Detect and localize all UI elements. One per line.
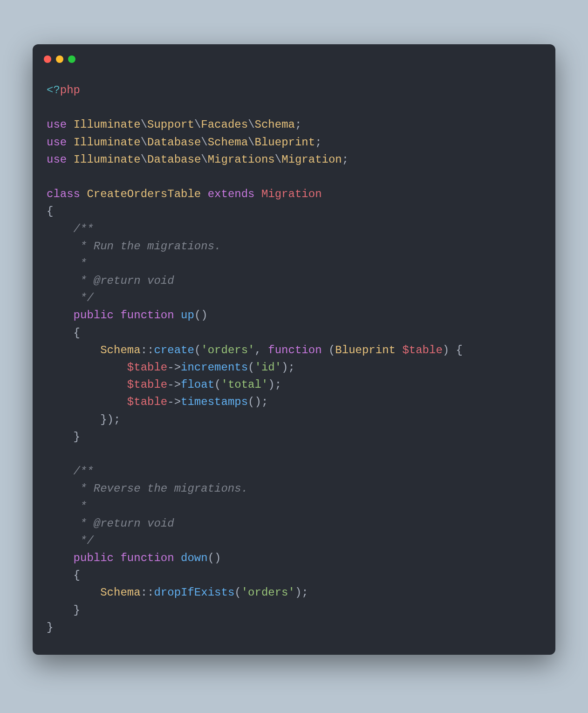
code-window: <?php use Illuminate\Support\Facades\Sch…	[33, 44, 555, 655]
close-icon[interactable]	[44, 55, 51, 63]
docblock-line: /**	[74, 465, 94, 478]
use-keyword: use	[47, 118, 67, 131]
code-block: <?php use Illuminate\Support\Facades\Sch…	[33, 72, 555, 636]
php-open-tag: <?	[47, 84, 60, 96]
docblock-line: * @return void	[74, 274, 174, 287]
minimize-icon[interactable]	[56, 55, 63, 63]
class-keyword: class	[47, 188, 80, 200]
docblock-line: */	[74, 292, 94, 304]
use-keyword: use	[47, 153, 67, 166]
function-name: down	[181, 552, 208, 564]
class-name: CreateOrdersTable	[87, 188, 201, 200]
docblock-line: *	[74, 257, 87, 270]
use-keyword: use	[47, 136, 67, 149]
docblock-line: /**	[74, 223, 94, 235]
function-name: up	[181, 309, 194, 322]
window-titlebar	[33, 55, 555, 72]
docblock-line: * Reverse the migrations.	[74, 482, 248, 495]
docblock-line: */	[74, 535, 94, 547]
docblock-line: * Run the migrations.	[74, 240, 221, 253]
visibility-keyword: public	[74, 552, 114, 564]
zoom-icon[interactable]	[68, 55, 75, 63]
docblock-line: *	[74, 500, 87, 513]
docblock-line: * @return void	[74, 517, 174, 530]
visibility-keyword: public	[74, 309, 114, 322]
